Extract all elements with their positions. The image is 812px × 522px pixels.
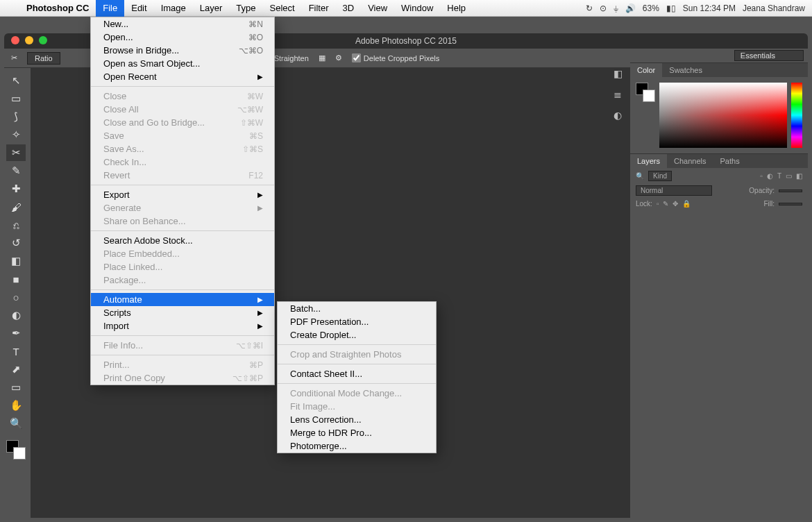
automate-item-contact-sheet-ii[interactable]: Contact Sheet II... xyxy=(278,367,436,380)
adjustments-panel-icon[interactable]: ◐ xyxy=(614,110,622,121)
filter-type-icon[interactable]: T xyxy=(777,172,781,180)
history-panel-icon[interactable]: ◧ xyxy=(614,68,623,79)
tool-path[interactable]: ⬈ xyxy=(6,361,26,378)
tab-channels[interactable]: Channels xyxy=(667,154,713,168)
menu-file[interactable]: File xyxy=(96,0,124,17)
tab-paths[interactable]: Paths xyxy=(713,154,747,168)
time-machine-icon[interactable]: ⊙ xyxy=(600,3,607,13)
menu-layer[interactable]: Layer xyxy=(193,0,230,17)
automate-item-photomerge[interactable]: Photomerge... xyxy=(278,439,436,453)
menu-edit[interactable]: Edit xyxy=(124,0,153,17)
tool-lasso[interactable]: ⟆ xyxy=(6,108,26,125)
filter-adjust-icon[interactable]: ◐ xyxy=(767,172,773,180)
menu-help[interactable]: Help xyxy=(440,0,473,17)
wifi-icon[interactable]: ⏚ xyxy=(614,3,618,13)
settings-icon[interactable]: ⚙ xyxy=(335,53,342,62)
color-field[interactable] xyxy=(659,83,787,148)
file-menu-item-export[interactable]: Export▶ xyxy=(91,188,274,201)
automate-item-crop-and-straighten-photos: Crop and Straighten Photos xyxy=(278,348,436,361)
lock-all-icon[interactable]: 🔒 xyxy=(682,200,691,208)
file-menu-item-package: Package... xyxy=(91,273,274,287)
sync-icon[interactable]: ↻ xyxy=(586,3,593,13)
filter-shape-icon[interactable]: ▭ xyxy=(786,172,792,180)
filter-kind-select[interactable]: Kind xyxy=(648,171,672,181)
automate-item-pdf-presentation[interactable]: PDF Presentation... xyxy=(278,315,436,328)
blend-mode-select[interactable]: Normal xyxy=(636,185,712,196)
ratio-dropdown[interactable]: Ratio xyxy=(27,52,60,65)
close-window-button[interactable] xyxy=(11,36,19,44)
fill-field[interactable] xyxy=(779,203,802,205)
automate-item-create-droplet[interactable]: Create Droplet... xyxy=(278,328,436,342)
tool-pen[interactable]: ✒ xyxy=(6,325,26,342)
tab-layers[interactable]: Layers xyxy=(630,154,667,168)
menu-image[interactable]: Image xyxy=(154,0,193,17)
tool-type[interactable]: T xyxy=(6,343,26,360)
tool-eraser[interactable]: ◧ xyxy=(6,253,26,269)
file-menu-item-import[interactable]: Import▶ xyxy=(91,319,274,332)
minimize-window-button[interactable] xyxy=(25,36,33,44)
opacity-field[interactable] xyxy=(779,190,802,192)
mac-menubar: Photoshop CC FileEditImageLayerTypeSelec… xyxy=(0,0,812,17)
tool-blur[interactable]: ○ xyxy=(6,289,26,305)
straighten-button[interactable]: Straighten xyxy=(274,54,309,62)
file-menu-item-new[interactable]: New...⌘N xyxy=(91,17,274,31)
maximize-window-button[interactable] xyxy=(39,36,47,44)
tool-gradient[interactable]: ■ xyxy=(6,271,26,287)
hue-strip[interactable] xyxy=(791,83,802,148)
tab-color[interactable]: Color xyxy=(630,63,662,77)
fgbg-swatch[interactable] xyxy=(6,440,26,460)
clock[interactable]: Sun 12:34 PM xyxy=(683,3,736,13)
filter-kind-icon[interactable]: 🔍 xyxy=(636,172,644,180)
tool-move[interactable]: ↖ xyxy=(6,72,26,89)
grid-icon[interactable]: ▦ xyxy=(319,53,325,62)
file-menu-item-open-recent[interactable]: Open Recent▶ xyxy=(91,70,274,83)
lock-move-icon[interactable]: ✥ xyxy=(673,200,678,208)
properties-panel-icon[interactable]: ≣ xyxy=(614,89,622,100)
file-menu-item-open-as-smart-object[interactable]: Open as Smart Object... xyxy=(91,57,274,70)
lock-pixels-icon[interactable]: ▫ xyxy=(657,200,659,208)
app-name[interactable]: Photoshop CC xyxy=(19,3,96,13)
panel-fgbg[interactable] xyxy=(636,83,655,148)
file-menu-item-search-adobe-stock[interactable]: Search Adobe Stock... xyxy=(91,234,274,247)
tool-marquee[interactable]: ▭ xyxy=(6,90,26,107)
tool-eyedropper[interactable]: ✎ xyxy=(6,162,26,179)
tool-brush[interactable]: 🖌 xyxy=(6,199,26,215)
crop-tool-icon[interactable]: ✂ xyxy=(11,53,17,62)
volume-icon[interactable]: 🔊 xyxy=(625,3,636,13)
tool-zoom[interactable]: 🔍 xyxy=(6,415,26,432)
tool-crop[interactable]: ✂ xyxy=(6,144,26,161)
file-menu-item-browse-in-bridge[interactable]: Browse in Bridge...⌥⌘O xyxy=(91,44,274,57)
delete-cropped-checkbox[interactable]: Delete Cropped Pixels xyxy=(352,53,439,62)
background-color[interactable] xyxy=(13,447,26,460)
automate-item-batch[interactable]: Batch... xyxy=(278,302,436,315)
tool-shape[interactable]: ▭ xyxy=(6,379,26,396)
mini-panel-strip: ◧ ≣ ◐ xyxy=(608,68,627,121)
workspace-selector[interactable]: Essentials xyxy=(734,50,804,61)
tool-history-brush[interactable]: ↺ xyxy=(6,235,26,251)
tool-spot-heal[interactable]: ✚ xyxy=(6,180,26,197)
layers-panel: Layers Channels Paths 🔍 Kind ▫ ◐ T ▭ ◧ N… xyxy=(630,153,808,210)
automate-item-lens-correction[interactable]: Lens Correction... xyxy=(278,413,436,426)
menu-type[interactable]: Type xyxy=(229,0,262,17)
filter-smart-icon[interactable]: ◧ xyxy=(796,172,802,180)
file-menu-item-open[interactable]: Open...⌘O xyxy=(91,31,274,44)
tool-hand[interactable]: ✋ xyxy=(6,397,26,414)
menu-3d[interactable]: 3D xyxy=(336,0,362,17)
tab-swatches[interactable]: Swatches xyxy=(662,63,709,77)
tool-dodge[interactable]: ◐ xyxy=(6,307,26,323)
user-name[interactable]: Jeana Shandraw xyxy=(743,3,805,13)
menu-select[interactable]: Select xyxy=(262,0,301,17)
file-menu-item-automate[interactable]: Automate▶ xyxy=(91,293,274,306)
file-menu-item-scripts[interactable]: Scripts▶ xyxy=(91,306,274,319)
lock-position-icon[interactable]: ✎ xyxy=(663,200,668,208)
filter-pixel-icon[interactable]: ▫ xyxy=(760,172,763,180)
tool-magic-wand[interactable]: ✧ xyxy=(6,126,26,143)
menu-window[interactable]: Window xyxy=(394,0,440,17)
automate-item-merge-to-hdr-pro[interactable]: Merge to HDR Pro... xyxy=(278,426,436,439)
menu-view[interactable]: View xyxy=(361,0,394,17)
tool-clone[interactable]: ⎌ xyxy=(6,217,26,233)
battery-percent[interactable]: 63% xyxy=(643,3,659,13)
battery-icon[interactable]: ▮▯ xyxy=(666,3,676,13)
menu-filter[interactable]: Filter xyxy=(302,0,336,17)
file-menu-item-save-as: Save As...⇧⌘S xyxy=(91,142,274,155)
